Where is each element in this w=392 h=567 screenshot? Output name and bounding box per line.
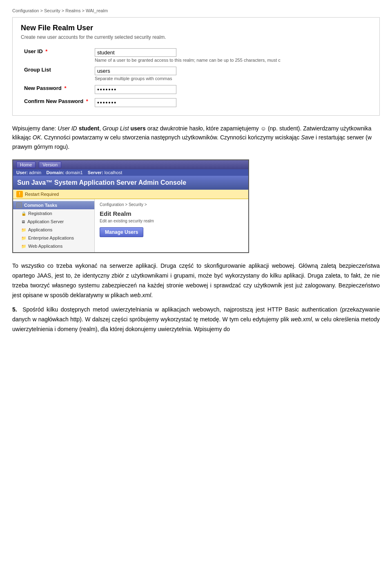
table-row: User ID * Name of a user to be granted a… (21, 46, 371, 65)
edit-realm-desc: Edit an existing security realm (100, 219, 243, 223)
version-button[interactable]: Version (39, 161, 61, 168)
required-star-3: * (86, 98, 88, 104)
paragraph-1: Wpisujemy dane: User ID student, Group L… (12, 124, 380, 151)
folder-icon-1 (21, 227, 26, 232)
form-table: User ID * Name of a user to be granted a… (21, 46, 371, 109)
home-button[interactable]: Home (16, 161, 36, 168)
grid-icon (16, 202, 22, 208)
new-password-input[interactable] (95, 85, 176, 94)
section-number-5: 5. (12, 306, 17, 313)
console-body: Common Tasks Registration Application Se… (13, 199, 248, 252)
sidebar-item-appserver[interactable]: Application Server (13, 217, 94, 226)
group-list-hint: Separate multiple groups with commas (95, 76, 368, 81)
edit-realm-title: Edit Realm (100, 210, 243, 217)
new-password-label: New Password * (21, 83, 91, 96)
required-star-2: * (64, 85, 66, 91)
confirm-password-input[interactable] (95, 98, 176, 107)
console-warning-bar: ! Restart Required (13, 190, 248, 199)
sidebar-item-applications[interactable]: Applications (13, 226, 94, 234)
user-id-input[interactable] (95, 48, 176, 57)
warning-text: Restart Required (25, 192, 59, 197)
console-title-bar: Sun Java™ System Application Server Admi… (13, 176, 248, 190)
page-container: Configuration > Security > Realms > WAI_… (0, 0, 392, 351)
lower-text: To wszystko co trzeba wykonać na serwerz… (12, 261, 380, 334)
console-nav-bar: Home Version (13, 160, 248, 169)
console-title: Sun Java™ System Application Server Admi… (17, 179, 186, 186)
sidebar-header: Common Tasks (13, 201, 94, 209)
table-row: New Password * (21, 83, 371, 96)
user-id-label: User ID * (21, 46, 91, 65)
paragraph-1-text: Wpisujemy dane: User ID student, Group L… (12, 124, 380, 151)
folder-icon-3 (21, 244, 26, 249)
sidebar-item-enterprise[interactable]: Enterprise Applications (13, 234, 94, 242)
group-list-cell: Separate multiple groups with commas (91, 65, 371, 83)
enterprise-label: Enterprise Applications (28, 235, 74, 240)
new-password-cell (91, 83, 371, 96)
paragraph-5: 5. Spośród kilku dostępnych metod uwierz… (12, 305, 380, 334)
manage-users-button[interactable]: Manage Users (100, 227, 143, 237)
appserver-label: Application Server (27, 219, 64, 224)
sidebar-header-label: Common Tasks (24, 203, 57, 208)
table-row: Confirm New Password * (21, 96, 371, 109)
registration-label: Registration (28, 211, 52, 216)
web-label: Web Applications (28, 244, 62, 249)
console-main: Configuration > Security > Edit Realm Ed… (95, 199, 248, 252)
folder-icon-2 (21, 235, 26, 240)
console-sidebar: Common Tasks Registration Application Se… (13, 199, 95, 252)
form-subtitle: Create new user accounts for the current… (21, 34, 371, 40)
user-info: User: admin Domain: domain1 Server: loca… (16, 170, 122, 175)
table-row: Group List Separate multiple groups with… (21, 65, 371, 83)
form-title: New File Realm User (21, 24, 371, 32)
sidebar-item-registration[interactable]: Registration (13, 209, 94, 217)
applications-label: Applications (28, 227, 52, 232)
warning-icon: ! (16, 191, 23, 197)
form-section: New File Realm User Create new user acco… (12, 17, 380, 116)
console-user-bar: User: admin Domain: domain1 Server: loca… (13, 169, 248, 176)
user-id-hint: Name of a user to be granted access to t… (95, 58, 368, 63)
lock-icon (21, 211, 26, 216)
confirm-password-cell (91, 96, 371, 109)
user-id-cell: Name of a user to be granted access to t… (91, 46, 371, 65)
server-icon (21, 219, 25, 224)
paragraph-2: To wszystko co trzeba wykonać na serwerz… (12, 261, 380, 300)
confirm-password-label: Confirm New Password * (21, 96, 91, 109)
required-star: * (45, 48, 47, 54)
group-list-label: Group List (21, 65, 91, 83)
breadcrumb: Configuration > Security > Realms > WAI_… (12, 8, 380, 13)
console-screenshot: Home Version User: admin Domain: domain1… (12, 159, 249, 253)
group-list-input[interactable] (95, 67, 176, 75)
console-breadcrumb: Configuration > Security > (100, 202, 243, 207)
sidebar-item-web[interactable]: Web Applications (13, 242, 94, 250)
